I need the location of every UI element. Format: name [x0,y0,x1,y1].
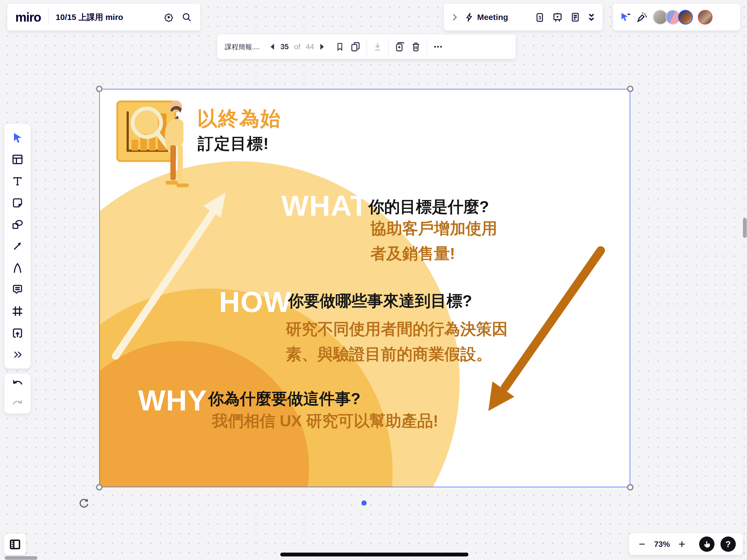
meeting-bar: Meeting 3 [444,4,602,31]
slide-frame[interactable]: 以終為始 訂定目標! WHAT 你的目標是什麼? 協助客戶增加使用 者及銷售量!… [99,89,630,487]
chevron-right-icon [451,13,458,21]
select-tool[interactable] [8,128,27,147]
lightning-bolt-icon [465,12,474,23]
board-settings-button[interactable] [163,12,174,23]
plus-icon [678,540,686,548]
help-button[interactable]: ? [720,536,736,552]
meeting-label: Meeting [477,12,508,22]
frame-more-button[interactable] [433,41,443,52]
shapes-tool[interactable] [8,215,27,234]
question-mark: ? [725,539,731,549]
section-why-label: WHY [138,386,207,415]
present-button[interactable] [552,11,563,23]
more-tools-button[interactable] [8,345,27,364]
meeting-button[interactable]: Meeting [465,12,508,23]
upload-icon [11,327,24,339]
laser-pointer-button[interactable] [636,11,648,23]
search-icon [181,12,192,23]
frame-title-button[interactable]: 課程簡報.... [225,42,260,51]
double-chevron-right-icon [12,350,23,359]
arrow-line-icon [12,240,23,252]
section-what-question: 你的目標是什麼? [368,199,489,215]
frame-current-number: 35 [281,43,289,51]
duplicate-frame-button[interactable] [394,41,405,52]
slide-subtitle: 訂定目標! [198,133,269,154]
shapes-icon [11,218,24,231]
horizontal-scrollbar-thumb[interactable] [280,553,468,556]
gear-icon [163,12,174,23]
frames-panel-button[interactable] [4,534,26,555]
frame-toolbar: 課程簡報.... 35 of 44 [217,34,516,59]
slide-indicator-dot [361,501,367,506]
zoom-in-button[interactable] [676,540,688,548]
duplicate-plus-icon [394,41,405,52]
section-how-label: HOW [219,287,291,316]
section-why-question: 你為什麼要做這件事? [208,391,360,407]
connection-line-tool[interactable] [8,236,27,256]
next-frame-button[interactable] [319,43,325,50]
avatar-self[interactable] [698,10,713,25]
hand-tool-button[interactable] [699,536,715,552]
zoom-level[interactable]: 73% [650,540,674,549]
side-panel-icon [9,538,21,551]
bookmark-icon [335,42,344,52]
selection-handle-bottom-left[interactable] [96,484,103,490]
divider [388,39,389,55]
more-dots-icon [433,41,443,52]
divider [366,39,367,55]
board-header-bar: miro 10/15 上課用 miro [7,4,200,31]
section-what-answer-line: 者及銷售量! [370,241,497,266]
timer-button[interactable]: 3 [534,11,545,23]
pen-icon [11,262,24,274]
meeting-tools-expand-button[interactable] [587,12,595,22]
selection-handle-top-right[interactable] [627,85,634,92]
divider [48,9,49,25]
bookmark-frame-button[interactable] [335,42,344,52]
minus-icon [639,541,646,548]
trash-icon [411,41,421,52]
collaboration-bar [613,4,740,31]
rotate-handle[interactable] [78,497,90,509]
frames-overview-button[interactable] [350,41,361,52]
undo-button[interactable] [11,378,24,389]
slide-title: 以終為始 [197,105,281,133]
horizontal-scrollbar-thumb-left[interactable] [5,556,37,560]
chart-analyst-illustration [112,97,195,217]
section-what-answer-line: 協助客戶增加使用 [370,216,497,241]
text-tool[interactable] [8,172,27,191]
delete-frame-button[interactable] [411,41,421,52]
descending-arrow-shaft [505,251,601,387]
download-icon [372,42,383,52]
pen-tool[interactable] [8,258,27,278]
agenda-button[interactable] [570,11,581,23]
chevron-left-icon [269,43,275,50]
vertical-scrollbar-thumb[interactable] [743,218,747,238]
laser-pointer-icon [636,11,648,23]
comment-icon [11,284,24,296]
avatar[interactable] [678,10,693,25]
section-why-answer-line: 我們相信 UX 研究可以幫助產品! [212,408,438,433]
frame-of-label: of [294,43,301,51]
follow-cursor-button[interactable] [620,11,631,23]
rotate-icon [78,497,90,509]
board-title[interactable]: 10/15 上課用 miro [56,12,123,23]
section-what-label: WHAT [281,191,368,220]
sticky-note-tool[interactable] [8,193,27,212]
miro-logo[interactable]: miro [15,10,41,25]
frame-icon [11,305,24,317]
previous-frame-button[interactable] [269,43,275,50]
search-button[interactable] [181,12,192,23]
collapse-panel-button[interactable] [451,13,458,21]
redo-button[interactable] [11,399,24,409]
frame-tool[interactable] [8,302,27,321]
export-frame-button [372,42,383,52]
comment-tool[interactable] [8,280,27,299]
zoom-out-button[interactable] [636,541,648,548]
upload-tool[interactable] [8,324,27,342]
section-how-answer-line: 素、與驗證目前的商業假設。 [286,341,508,367]
selection-handle-top-left[interactable] [96,85,103,92]
templates-tool[interactable] [8,150,27,169]
history-bar [4,374,31,414]
selection-handle-bottom-right[interactable] [627,484,634,490]
svg-text:3: 3 [538,15,541,21]
